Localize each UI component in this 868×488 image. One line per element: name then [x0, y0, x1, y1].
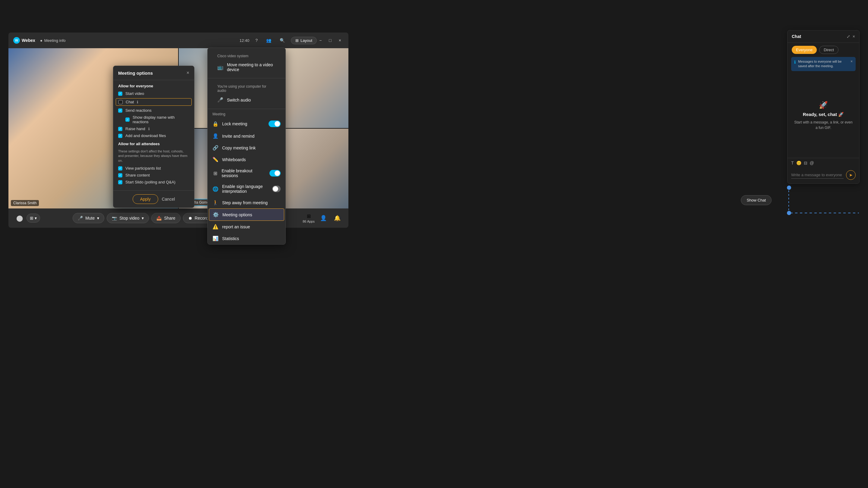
- sign-language-item[interactable]: 🌐 Enable sign language interpretation: [208, 181, 285, 197]
- step-away-label: Step away from meeting: [222, 200, 268, 205]
- share-icon: 📤: [156, 216, 161, 221]
- send-reactions-item[interactable]: ✓ Send reactions: [118, 108, 189, 113]
- meeting-info[interactable]: ● Meeting info: [40, 38, 66, 43]
- step-away-item[interactable]: 🚶 Step away from meeting: [208, 197, 285, 208]
- switch-audio-item[interactable]: 🎤 Switch audio: [213, 94, 281, 106]
- add-files-item[interactable]: ✓ Add and download files: [118, 133, 189, 138]
- report-issue-item[interactable]: ⚠️ report an issue: [208, 221, 285, 233]
- layout-icon: ⊞: [296, 38, 299, 43]
- raise-hand-item[interactable]: ✓ Raise hand ℹ: [118, 127, 189, 131]
- chat-send-button[interactable]: ➤: [846, 170, 856, 180]
- step-away-icon: 🚶: [213, 200, 218, 205]
- breakout-item[interactable]: ⊞ Enable breakout sessions: [208, 165, 285, 181]
- layout-view-button[interactable]: ⊞ ▾: [27, 214, 40, 223]
- view-participants-checkbox[interactable]: ✓: [118, 166, 122, 170]
- lock-meeting-label: Lock meeting: [222, 121, 247, 126]
- help-button[interactable]: ?: [253, 37, 260, 44]
- add-files-checkbox[interactable]: ✓: [118, 134, 122, 138]
- send-reactions-checkbox[interactable]: ✓: [118, 108, 122, 113]
- apply-button[interactable]: Apply: [133, 194, 158, 204]
- statistics-item[interactable]: 📊 Statistics: [208, 233, 285, 244]
- switch-audio-label: Switch audio: [227, 98, 251, 102]
- everyone-tab[interactable]: Everyone: [792, 46, 817, 54]
- show-display-name-checkbox[interactable]: ✓: [125, 118, 130, 122]
- text-format-button[interactable]: T: [791, 161, 794, 165]
- mute-button[interactable]: 🎤 Mute ▾: [73, 213, 104, 223]
- sign-language-toggle[interactable]: [272, 186, 281, 192]
- start-slido-item[interactable]: ✓ Start Slido (polling and Q&A): [118, 180, 189, 184]
- invite-remind-item[interactable]: 👤 Invite and remind: [208, 130, 285, 142]
- share-button[interactable]: 📤 Share: [151, 213, 180, 223]
- minimize-button[interactable]: −: [317, 37, 324, 44]
- lock-toggle[interactable]: [269, 121, 281, 127]
- home-button[interactable]: ⬤: [14, 213, 25, 224]
- direct-tab[interactable]: Direct: [819, 46, 838, 54]
- show-display-name-item[interactable]: ✓ Show display name with reactions: [125, 115, 189, 124]
- notice-close-button[interactable]: ×: [850, 59, 852, 64]
- chat-close-button[interactable]: ×: [852, 34, 855, 39]
- chat-item[interactable]: Chat ℹ: [116, 98, 192, 106]
- move-icon: 📺: [217, 64, 223, 70]
- stop-video-label: Stop video: [119, 216, 139, 221]
- report-icon: ⚠️: [213, 224, 218, 230]
- audio-section-label: You're using your computer for audio: [213, 82, 281, 94]
- chat-input-area: ➤: [787, 168, 859, 184]
- move-meeting-item[interactable]: 📺 Move meeting to a video device: [213, 59, 281, 75]
- chat-checkbox[interactable]: [119, 100, 123, 104]
- view-participants-item[interactable]: ✓ View participants list: [118, 166, 189, 170]
- whiteboards-item[interactable]: ✏️ Whiteboards: [208, 154, 285, 165]
- meeting-options-item[interactable]: ⚙️ Meeting options: [209, 208, 284, 221]
- video-icon: 📷: [112, 216, 117, 221]
- search-icon[interactable]: 🔍: [277, 37, 287, 44]
- notifications-button[interactable]: 🔔: [332, 213, 342, 223]
- meeting-options-modal: Meeting options × Allow for everyone ✓ S…: [113, 66, 194, 208]
- chat-input[interactable]: [791, 171, 844, 178]
- cancel-button[interactable]: Cancel: [162, 197, 175, 201]
- apps-group[interactable]: ⊞ 86 Apps: [303, 213, 315, 223]
- modal-close-button[interactable]: ×: [187, 70, 189, 76]
- chat-popout-button[interactable]: ⤢: [846, 34, 850, 39]
- maximize-button[interactable]: □: [327, 37, 334, 44]
- participants-button[interactable]: 👤: [318, 213, 329, 223]
- check-icon: ✓: [119, 109, 121, 112]
- chat-label: Chat: [126, 100, 134, 104]
- stats-icon: 📊: [213, 235, 218, 241]
- chat-title: Chat: [792, 34, 801, 39]
- breakout-toggle[interactable]: [270, 170, 281, 176]
- start-slido-checkbox[interactable]: ✓: [118, 180, 122, 184]
- share-content-checkbox[interactable]: ✓: [118, 173, 122, 177]
- send-reactions-label: Send reactions: [125, 108, 152, 113]
- statistics-label: Statistics: [222, 236, 239, 241]
- stop-video-button[interactable]: 📷 Stop video ▾: [107, 213, 149, 223]
- title-bar: W Webex ● Meeting info 12:40 ? 👥 🔍 ⊞ Lay…: [8, 33, 348, 48]
- share-content-item[interactable]: ✓ Share content: [118, 173, 189, 177]
- check-icon: ✓: [119, 134, 121, 137]
- start-video-item[interactable]: ✓ Start video: [118, 91, 189, 96]
- record-label: Record: [195, 216, 208, 221]
- attendees-desc: These settings don't affect the host, co…: [118, 149, 189, 163]
- bottom-toolbar: ⬤ ⊞ ▾ 🎤 Mute ▾ 📷 Stop video ▾ 📤 Share ⏺ …: [8, 208, 348, 228]
- copy-link-item[interactable]: 🔗 Copy meeting link: [208, 142, 285, 154]
- check-icon: ✓: [119, 167, 121, 170]
- layout-button[interactable]: ⊞ Layout: [291, 37, 317, 44]
- mention-button[interactable]: @: [810, 161, 814, 165]
- check-icon: ✓: [119, 173, 121, 177]
- lock-meeting-item[interactable]: 🔒 Lock meeting: [208, 118, 285, 130]
- view-participants-label: View participants list: [125, 166, 161, 170]
- invite-icon: 👤: [213, 133, 218, 139]
- modal-title: Meeting options: [118, 70, 153, 76]
- start-video-checkbox[interactable]: ✓: [118, 92, 122, 96]
- report-issue-label: report an issue: [222, 224, 250, 229]
- participants-icon[interactable]: 👥: [264, 37, 274, 44]
- gif-button[interactable]: ⊟: [804, 161, 807, 165]
- mic-icon: 🎤: [78, 216, 83, 221]
- close-button[interactable]: ×: [336, 37, 344, 44]
- cisco-section-label: Cisco video system: [213, 51, 281, 59]
- raise-hand-checkbox[interactable]: ✓: [118, 127, 122, 131]
- check-icon: ✓: [119, 181, 121, 184]
- connector-dot-bottom: [787, 211, 791, 215]
- emoji-button[interactable]: 😊: [796, 161, 801, 165]
- webex-label: Webex: [22, 38, 35, 43]
- show-chat-button[interactable]: Show Chat: [741, 195, 772, 205]
- apps-label: 86 Apps: [303, 220, 315, 223]
